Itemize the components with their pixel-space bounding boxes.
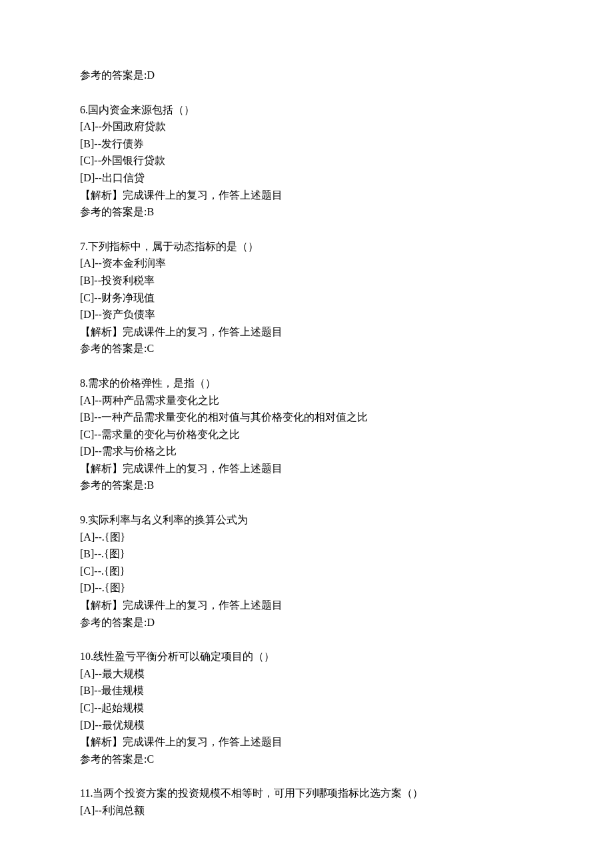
option-c: [C]--财务净现值 xyxy=(80,289,533,307)
explanation: 【解析】完成课件上的复习，作答上述题目 xyxy=(80,323,533,341)
question-8: 8.需求的价格弹性，是指（） [A]--两种产品需求量变化之比 [B]--一种产… xyxy=(80,375,533,494)
option-d: [D]--需求与价格之比 xyxy=(80,443,533,460)
answer-line: 参考的答案是:C xyxy=(80,340,533,357)
option-d: [D]--出口信贷 xyxy=(80,169,533,187)
question-stem: 8.需求的价格弹性，是指（） xyxy=(80,375,533,392)
option-c: [C]--.{图} xyxy=(80,563,533,580)
option-c: [C]--外国银行贷款 xyxy=(80,152,533,169)
question-9: 9.实际利率与名义利率的换算公式为 [A]--.{图} [B]--.{图} [C… xyxy=(80,511,533,631)
option-b: [B]--.{图} xyxy=(80,545,533,563)
option-b: [B]--投资利税率 xyxy=(80,272,533,289)
option-c: [C]--需求量的变化与价格变化之比 xyxy=(80,426,533,443)
question-stem: 7.下列指标中，属于动态指标的是（） xyxy=(80,238,533,255)
explanation: 【解析】完成课件上的复习，作答上述题目 xyxy=(80,460,533,477)
option-a: [A]--外国政府贷款 xyxy=(80,118,533,135)
option-a: [A]--最大规模 xyxy=(80,665,533,683)
option-d: [D]--最优规模 xyxy=(80,717,533,734)
question-stem: 10.线性盈亏平衡分析可以确定项目的（） xyxy=(80,648,533,665)
option-a: [A]--.{图} xyxy=(80,529,533,546)
question-5-trail: 参考的答案是:D xyxy=(80,67,533,84)
question-10: 10.线性盈亏平衡分析可以确定项目的（） [A]--最大规模 [B]--最佳规模… xyxy=(80,648,533,767)
answer-line: 参考的答案是:B xyxy=(80,203,533,221)
question-stem: 9.实际利率与名义利率的换算公式为 xyxy=(80,511,533,529)
explanation: 【解析】完成课件上的复习，作答上述题目 xyxy=(80,597,533,614)
option-a: [A]--两种产品需求量变化之比 xyxy=(80,392,533,409)
question-11: 11.当两个投资方案的投资规模不相等时，可用下列哪项指标比选方案（） [A]--… xyxy=(80,785,533,819)
option-a: [A]--资本金利润率 xyxy=(80,255,533,272)
question-6: 6.国内资金来源包括（） [A]--外国政府贷款 [B]--发行债券 [C]--… xyxy=(80,101,533,221)
explanation: 【解析】完成课件上的复习，作答上述题目 xyxy=(80,733,533,751)
question-stem: 6.国内资金来源包括（） xyxy=(80,101,533,119)
option-b: [B]--最佳规模 xyxy=(80,682,533,699)
option-d: [D]--.{图} xyxy=(80,579,533,597)
answer-line: 参考的答案是:B xyxy=(80,477,533,494)
answer-line: 参考的答案是:D xyxy=(80,614,533,631)
option-b: [B]--一种产品需求量变化的相对值与其价格变化的相对值之比 xyxy=(80,409,533,426)
option-d: [D]--资产负债率 xyxy=(80,306,533,323)
option-c: [C]--起始规模 xyxy=(80,699,533,717)
option-b: [B]--发行债券 xyxy=(80,135,533,153)
question-7: 7.下列指标中，属于动态指标的是（） [A]--资本金利润率 [B]--投资利税… xyxy=(80,238,533,357)
answer-line: 参考的答案是:D xyxy=(80,67,533,84)
answer-line: 参考的答案是:C xyxy=(80,751,533,768)
explanation: 【解析】完成课件上的复习，作答上述题目 xyxy=(80,187,533,204)
question-stem: 11.当两个投资方案的投资规模不相等时，可用下列哪项指标比选方案（） xyxy=(80,785,533,802)
option-a: [A]--利润总额 xyxy=(80,802,533,819)
